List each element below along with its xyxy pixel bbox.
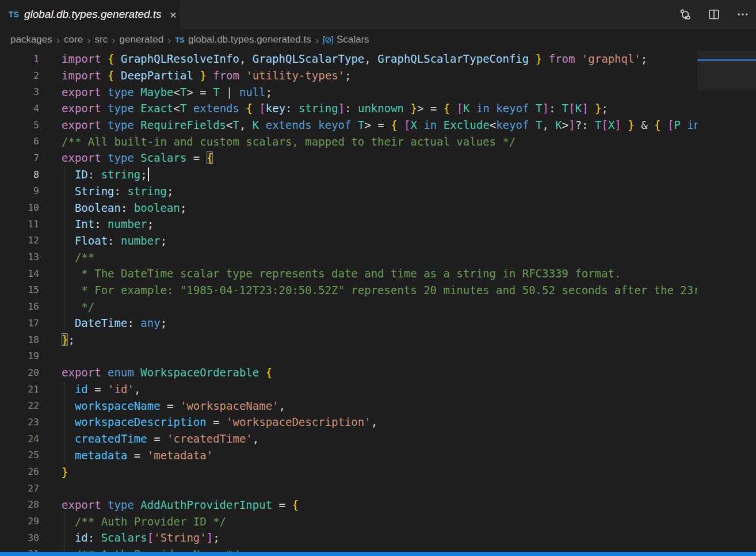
breadcrumb-item-src[interactable]: src — [95, 34, 108, 45]
line-number[interactable]: 26 — [0, 466, 39, 477]
indent-guide — [64, 183, 64, 200]
code-line[interactable]: 8 ID: string; — [0, 166, 697, 183]
code-line[interactable]: 5export type RequireFields<T, K extends … — [0, 117, 697, 134]
code-line[interactable]: 10 Boolean: boolean; — [0, 199, 697, 216]
breadcrumb-item-global-db-types-generated-ts[interactable]: TSglobal.db.types.generated.ts — [175, 34, 311, 45]
code-line[interactable]: 4export type Exact<T extends { [key: str… — [0, 100, 697, 117]
code-line[interactable]: 19 — [0, 348, 697, 364]
code-line[interactable]: 28export type AddAuthProviderInput = { — [0, 497, 697, 513]
indent-guide — [64, 381, 64, 398]
open-changes-icon[interactable] — [679, 8, 692, 21]
code-line[interactable]: 20export enum WorkspaceOrderable { — [0, 364, 697, 381]
code-line[interactable]: 27 — [0, 480, 697, 497]
code-line[interactable]: 21 id = 'id', — [0, 381, 697, 398]
code-line[interactable]: 3export type Maybe<T> = T | null; — [0, 83, 697, 100]
line-number[interactable]: 12 — [0, 235, 39, 246]
line-number[interactable]: 3 — [0, 86, 39, 97]
minimap[interactable] — [697, 51, 756, 552]
breadcrumb-item-generated[interactable]: generated — [120, 34, 164, 45]
code-line[interactable]: 29 /** Auth Provider ID */ — [0, 513, 697, 530]
line-number[interactable]: 11 — [0, 219, 39, 230]
indent-guide — [64, 315, 64, 332]
indent-guide — [64, 546, 64, 552]
line-number[interactable]: 9 — [0, 185, 39, 196]
code-line[interactable]: 15 * For example: "1985-04-12T23:20:50.5… — [0, 282, 697, 299]
minimap-line — [697, 68, 756, 70]
line-number[interactable]: 13 — [0, 252, 39, 262]
code-text: /** — [62, 251, 94, 264]
chevron-right-icon: › — [112, 35, 115, 45]
minimap-line — [697, 291, 756, 292]
line-number[interactable]: 20 — [0, 367, 39, 378]
code-text: ID: string; — [62, 167, 149, 181]
breadcrumb: packages›core›src›generated›TSglobal.db.… — [0, 29, 756, 51]
line-number[interactable]: 16 — [0, 301, 39, 312]
line-number[interactable]: 8 — [0, 169, 39, 180]
code-text: String: string; — [62, 185, 174, 197]
line-number[interactable]: 30 — [0, 532, 39, 543]
line-number[interactable]: 19 — [0, 351, 39, 361]
tab-global-db-types-generated-ts[interactable]: TS global.db.types.generated.ts × — [0, 0, 180, 29]
line-number[interactable]: 17 — [0, 318, 39, 329]
line-number[interactable]: 7 — [0, 153, 39, 163]
code-text: Boolean: boolean; — [62, 201, 186, 214]
line-number[interactable]: 23 — [0, 417, 39, 428]
breadcrumb-item-packages[interactable]: packages — [10, 34, 52, 45]
split-editor-icon[interactable] — [708, 8, 720, 21]
code-text: /** Auth Provider ID */ — [62, 515, 226, 528]
indent-guide — [64, 265, 64, 282]
code-text: }; — [62, 333, 75, 346]
line-number[interactable]: 28 — [0, 499, 39, 510]
code-line[interactable]: 17 DateTime: any; — [0, 315, 697, 332]
indent-guide — [64, 249, 64, 265]
code-line[interactable]: 13 /** — [0, 249, 697, 265]
breadcrumb-item-core[interactable]: core — [64, 34, 83, 45]
line-number[interactable]: 29 — [0, 516, 39, 527]
line-number[interactable]: 27 — [0, 483, 39, 494]
code-line[interactable]: 14 * The DateTime scalar type represents… — [0, 265, 697, 282]
code-line[interactable]: 23 workspaceDescription = 'workspaceDesc… — [0, 414, 697, 431]
line-number[interactable]: 6 — [0, 136, 39, 147]
indent-guide — [64, 199, 64, 216]
code-text: } — [62, 466, 68, 478]
code-text: * For example: "1985-04-12T23:20:50.52Z"… — [62, 284, 697, 296]
code-line[interactable]: 1import { GraphQLResolveInfo, GraphQLSca… — [0, 51, 697, 67]
line-number[interactable]: 24 — [0, 433, 39, 444]
text-cursor — [148, 167, 149, 181]
line-number[interactable]: 4 — [0, 103, 39, 114]
line-number[interactable]: 21 — [0, 384, 39, 395]
indent-guide — [64, 298, 64, 315]
line-number[interactable]: 2 — [0, 70, 39, 81]
code-line[interactable]: 30 id: Scalars['String']; — [0, 530, 697, 546]
line-number[interactable]: 5 — [0, 120, 39, 131]
code-line[interactable]: 16 */ — [0, 298, 697, 315]
indent-guide — [64, 530, 64, 546]
code-line[interactable]: 12 Float: number; — [0, 233, 697, 249]
close-icon[interactable]: × — [170, 9, 177, 21]
line-number[interactable]: 1 — [0, 54, 39, 64]
breadcrumb-label: src — [95, 34, 108, 45]
code-line[interactable]: 18}; — [0, 332, 697, 348]
line-number[interactable]: 18 — [0, 334, 39, 345]
code-line[interactable]: 9 String: string; — [0, 183, 697, 200]
code-line[interactable]: 24 createdTime = 'createdTime', — [0, 431, 697, 447]
line-number[interactable]: 22 — [0, 400, 39, 411]
line-number[interactable]: 15 — [0, 284, 39, 295]
line-number[interactable]: 14 — [0, 268, 39, 279]
code-text: metadata = 'metadata' — [62, 449, 213, 462]
line-number[interactable]: 25 — [0, 450, 39, 460]
more-actions-icon[interactable] — [736, 8, 749, 21]
code-line[interactable]: 26} — [0, 463, 697, 480]
code-line[interactable]: 31 /** Auth Provider Name */ — [0, 546, 697, 552]
code-line[interactable]: 7export type Scalars = { — [0, 150, 697, 166]
code-line[interactable]: 2import { DeepPartial } from 'utility-ty… — [0, 67, 697, 84]
code-text: import { DeepPartial } from 'utility-typ… — [62, 69, 351, 82]
code-editor[interactable]: 1import { GraphQLResolveInfo, GraphQLSca… — [0, 51, 697, 552]
code-line[interactable]: 11 Int: number; — [0, 216, 697, 233]
code-line[interactable]: 25 metadata = 'metadata' — [0, 447, 697, 464]
line-number[interactable]: 10 — [0, 202, 39, 213]
code-text: createdTime = 'createdTime', — [62, 432, 259, 445]
code-line[interactable]: 6/** All built-in and custom scalars, ma… — [0, 133, 697, 150]
code-line[interactable]: 22 workspaceName = 'workspaceName', — [0, 397, 697, 414]
breadcrumb-item-scalars[interactable]: [⊘]Scalars — [323, 34, 369, 45]
